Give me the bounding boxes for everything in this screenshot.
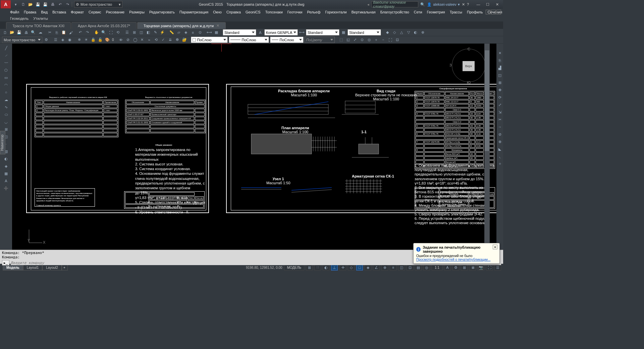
menu-geonics[interactable]: GeoniCS bbox=[246, 10, 261, 14]
menu-insert[interactable]: Вставка bbox=[52, 10, 66, 14]
menu-land[interactable]: Благоустройство bbox=[380, 10, 409, 14]
unlock-icon[interactable]: 🔓 bbox=[97, 37, 103, 43]
lock-icon[interactable]: 🔒 bbox=[90, 37, 96, 43]
rotate-icon[interactable]: ⟳ bbox=[497, 95, 502, 100]
break-icon[interactable]: ⊘ bbox=[497, 132, 502, 137]
zoom-win-icon[interactable]: ⬚ bbox=[338, 37, 344, 43]
chamfer-icon[interactable]: ◣ bbox=[497, 146, 502, 152]
menu-align[interactable]: Трассы bbox=[450, 10, 462, 14]
workspace-combo-2[interactable]: Мое пространство bbox=[2, 37, 42, 43]
undo-icon[interactable]: ↶ bbox=[57, 1, 63, 7]
close-button[interactable]: ✕ bbox=[492, 1, 502, 8]
lweight-combo[interactable]: ПоСлою bbox=[270, 37, 304, 43]
ssm-icon[interactable]: ◧ bbox=[145, 30, 151, 36]
addsel-icon[interactable]: ➕ bbox=[3, 185, 9, 191]
offset-icon[interactable]: ◫ bbox=[497, 72, 502, 78]
save-icon[interactable]: 💾 bbox=[16, 30, 22, 36]
login-button[interactable]: 👤 aleksei-valeev▾ bbox=[427, 2, 460, 7]
menu-dim[interactable]: Размеры bbox=[129, 10, 145, 14]
ellipsearc-icon[interactable]: ◡ bbox=[3, 119, 9, 125]
viewcube-top[interactable]: Верх bbox=[463, 61, 475, 71]
textstyle-combo[interactable]: Standard bbox=[223, 29, 256, 36]
saveas-icon[interactable]: 💾 bbox=[42, 1, 48, 7]
polygon-icon[interactable]: ⬠ bbox=[3, 67, 9, 73]
menu-utils[interactable]: Утилиты bbox=[33, 16, 48, 20]
zoom-ex-icon[interactable]: ⊡ bbox=[394, 37, 400, 43]
redo-icon[interactable]: ↷ bbox=[64, 1, 70, 7]
ws-gear-icon[interactable]: ⚙ bbox=[43, 37, 49, 43]
preview-icon[interactable]: 🔍 bbox=[30, 30, 36, 36]
vertical-scrollbar[interactable] bbox=[484, 44, 490, 250]
erase-icon[interactable]: ✕ bbox=[497, 50, 502, 56]
g4-icon[interactable]: ▽ bbox=[406, 30, 412, 36]
stretch-icon[interactable]: ⇲ bbox=[497, 109, 502, 115]
props-icon[interactable]: ☰ bbox=[124, 30, 130, 36]
search-icon[interactable]: 🔍 bbox=[420, 2, 425, 7]
menu-view[interactable]: Вид bbox=[41, 10, 48, 14]
match-icon[interactable]: 🖌 bbox=[68, 30, 74, 36]
tablestyle-combo[interactable]: Standard bbox=[306, 29, 339, 36]
notification-link[interactable]: Просмотр подробностей о печати/публикаци… bbox=[416, 258, 497, 261]
undo-icon[interactable]: ↶ bbox=[77, 30, 83, 36]
laycur-icon[interactable]: ✓ bbox=[160, 37, 166, 43]
notification-close-button[interactable]: ✕ bbox=[493, 245, 497, 249]
laydel-icon[interactable]: ✕ bbox=[139, 37, 145, 43]
layer-iso-icon[interactable]: ◉ bbox=[67, 37, 73, 43]
doc-tab[interactable]: Трасса пути ТОО Авантаж XXI bbox=[6, 22, 71, 29]
mdi-close-button[interactable] bbox=[496, 10, 501, 14]
rect-icon[interactable]: ▭ bbox=[3, 74, 9, 81]
list-icon[interactable]: ≡ bbox=[190, 30, 196, 36]
tbls-icon[interactable]: ▦ bbox=[340, 30, 346, 36]
menu-relief[interactable]: Рельеф bbox=[307, 10, 321, 14]
scale-icon[interactable]: ⤢ bbox=[497, 102, 502, 107]
ltype-combo[interactable]: ПоСлою bbox=[229, 37, 269, 43]
mdi-minimize-button[interactable] bbox=[486, 10, 490, 14]
menu-param[interactable]: Параметризация bbox=[179, 10, 208, 14]
color-combo[interactable]: ПоСлою bbox=[191, 37, 228, 43]
menu-modify[interactable]: Редактировать bbox=[149, 10, 175, 14]
menu-geopts[interactable]: Геоточки bbox=[287, 10, 303, 14]
save-icon[interactable]: 💾 bbox=[35, 1, 41, 7]
table-icon[interactable]: ▦ bbox=[3, 170, 9, 177]
layprev-icon[interactable]: ⟲ bbox=[153, 37, 159, 43]
trim-icon[interactable]: ✂ bbox=[497, 117, 502, 122]
table-icon[interactable]: ▦ bbox=[213, 30, 219, 36]
ds-icon[interactable]: ⟷ bbox=[299, 30, 305, 36]
ts-icon[interactable]: A bbox=[257, 30, 263, 36]
zoom-ext-icon[interactable]: ⛶ bbox=[108, 30, 114, 36]
menu-horiz[interactable]: Горизонтали bbox=[325, 10, 346, 14]
navigator-tab[interactable]: Навигатор bbox=[0, 131, 5, 154]
new-icon[interactable]: 🗋 bbox=[2, 30, 8, 36]
layer-mgr-icon[interactable]: ☰ bbox=[53, 37, 59, 43]
markup-icon[interactable]: ✎ bbox=[152, 30, 158, 36]
region-icon[interactable]: ◈ bbox=[183, 30, 189, 36]
xline-icon[interactable]: ⟋ bbox=[3, 52, 9, 58]
menu-vert[interactable]: Вертикальная bbox=[352, 10, 376, 14]
open-icon[interactable]: 📂 bbox=[9, 30, 15, 36]
app-logo[interactable]: A bbox=[1, 0, 11, 8]
menu-profile[interactable]: Профиль bbox=[467, 10, 483, 14]
explode-icon[interactable]: ✧ bbox=[497, 161, 502, 166]
command-prompt-icon[interactable]: ▸_ bbox=[2, 260, 9, 265]
laymrg-icon[interactable]: ⇊ bbox=[167, 37, 173, 43]
layon-icon[interactable]: ◯ bbox=[132, 37, 138, 43]
gradient-icon[interactable]: ◐ bbox=[3, 156, 9, 162]
paste-icon[interactable]: 📋 bbox=[61, 30, 67, 36]
doc-tab-active[interactable]: Торцевая рампа (аппарель) для ж.д.пути✕ bbox=[137, 22, 226, 29]
menu-nets[interactable]: Сети bbox=[414, 10, 422, 14]
pan-icon[interactable]: ✋ bbox=[94, 30, 100, 36]
close-icon[interactable]: ✕ bbox=[216, 23, 219, 28]
g1-icon[interactable]: ◆ bbox=[384, 30, 390, 36]
id-icon[interactable]: ⊙ bbox=[197, 30, 203, 36]
zoom-icon[interactable]: 🔍 bbox=[101, 30, 107, 36]
laymch-icon[interactable]: ≈ bbox=[146, 37, 152, 43]
extend-icon[interactable]: → bbox=[497, 124, 502, 130]
revcloud-icon[interactable]: ☁ bbox=[3, 97, 9, 103]
help-search-input[interactable]: Введите ключевое слово/фразу bbox=[371, 1, 418, 7]
menu-help[interactable]: Справка bbox=[226, 10, 241, 14]
dim-icon[interactable]: ⟷ bbox=[206, 30, 212, 36]
dist-icon[interactable]: 📏 bbox=[169, 30, 175, 36]
move-icon[interactable]: ✥ bbox=[497, 87, 502, 93]
copy-obj-icon[interactable]: ⎘ bbox=[497, 58, 502, 63]
arc-icon[interactable]: ◠ bbox=[3, 82, 9, 88]
